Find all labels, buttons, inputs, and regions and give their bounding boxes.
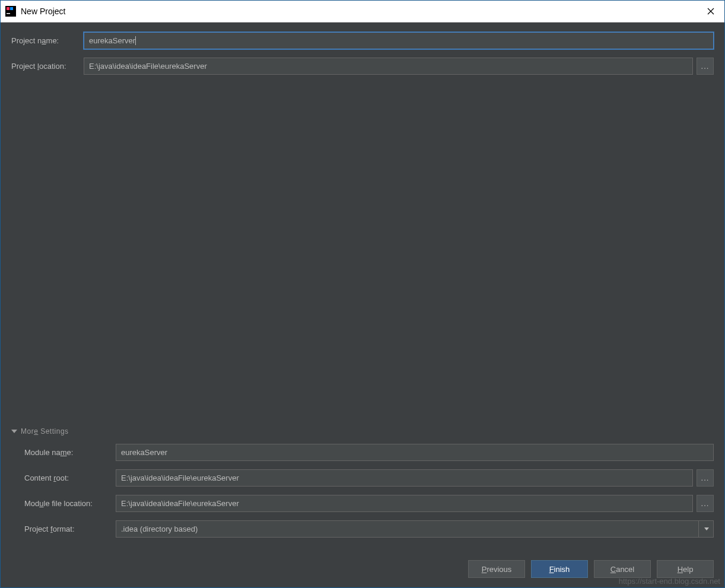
cancel-button[interactable]: Cancel [594,560,651,578]
dialog-body: Project name: eurekaServer Project locat… [1,23,724,587]
module-name-label: Module name: [11,448,116,457]
finish-button[interactable]: Finish [531,560,588,578]
module-name-input[interactable] [116,444,714,461]
content-root-row: Content root: ... [11,469,714,487]
browse-content-root-button[interactable]: ... [697,469,714,487]
dropdown-arrow-icon [698,520,714,538]
titlebar: New Project [1,1,724,23]
project-name-row: Project name: eurekaServer [11,32,714,49]
module-name-row: Module name: [11,444,714,461]
module-file-location-label: Module file location: [11,499,116,508]
svg-rect-3 [10,7,13,10]
project-format-select[interactable]: .idea (directory based) [116,520,714,538]
window-title: New Project [21,7,65,16]
module-file-location-row: Module file location: ... [11,495,714,512]
content-root-label: Content root: [11,473,116,482]
project-location-label: Project location: [11,62,84,71]
svg-rect-2 [7,13,10,14]
project-location-input[interactable] [84,58,693,75]
content-root-input[interactable] [116,469,693,487]
more-settings-label: More Settings [21,427,69,436]
button-bar: Previous Finish Cancel Help [11,549,714,578]
project-name-value: eurekaServer [89,36,135,45]
close-icon [707,8,714,15]
browse-project-location-button[interactable]: ... [697,58,714,75]
chevron-down-icon [11,430,17,433]
titlebar-left: New Project [5,6,65,17]
close-button[interactable] [697,1,724,23]
form-area: Project name: eurekaServer Project locat… [11,32,714,83]
svg-rect-1 [7,7,9,10]
module-file-location-input[interactable] [116,495,693,512]
browse-module-file-location-button[interactable]: ... [697,495,714,512]
project-name-label: Project name: [11,36,84,45]
more-settings-content: Module name: Content root: ... Module fi… [11,444,714,546]
previous-button[interactable]: Previous [468,560,525,578]
help-button[interactable]: Help [657,560,714,578]
project-format-row: Project format: .idea (directory based) [11,520,714,538]
project-format-value: .idea (directory based) [121,525,198,533]
more-settings-toggle[interactable]: More Settings [11,427,714,436]
text-caret [135,36,136,45]
intellij-icon [5,6,16,17]
spacer [11,83,714,427]
project-format-label: Project format: [11,525,116,533]
project-name-input[interactable]: eurekaServer [84,32,714,49]
project-location-row: Project location: ... [11,58,714,75]
